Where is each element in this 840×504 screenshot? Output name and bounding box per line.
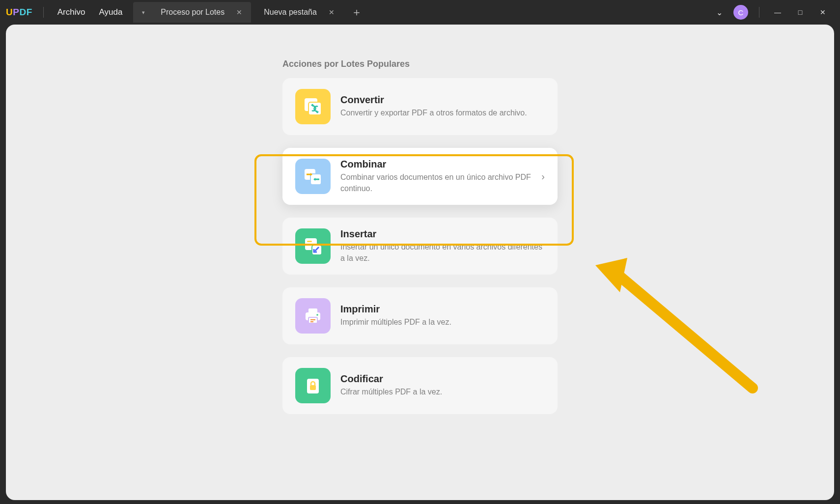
- chevron-down-icon[interactable]: ⌄: [716, 8, 723, 17]
- tab-label: Nueva pestaña: [264, 8, 317, 17]
- tab-batch-process[interactable]: ▾ Proceso por Lotes ✕: [133, 2, 251, 23]
- card-title: Insertar: [340, 228, 545, 240]
- card-combine[interactable]: Combinar Combinar varios documentos en u…: [282, 148, 558, 205]
- card-desc: Insertar un único documento en varios ar…: [340, 242, 545, 264]
- convert-icon: [295, 89, 331, 124]
- card-print[interactable]: Imprimir Imprimir múltiples PDF a la vez…: [282, 287, 558, 344]
- svg-rect-13: [310, 319, 315, 320]
- close-icon[interactable]: ✕: [329, 8, 335, 16]
- divider: [43, 7, 44, 18]
- card-convert[interactable]: Convertir Convertir y exportar PDF a otr…: [282, 78, 558, 135]
- combine-icon: [295, 159, 331, 194]
- insert-icon: [295, 228, 331, 264]
- avatar[interactable]: C: [733, 5, 748, 20]
- card-title: Imprimir: [340, 304, 545, 315]
- card-title: Convertir: [340, 94, 545, 106]
- tab-new[interactable]: Nueva pestaña ✕: [255, 2, 343, 23]
- svg-rect-11: [308, 308, 317, 313]
- svg-rect-14: [310, 321, 313, 322]
- card-title: Combinar: [340, 159, 532, 170]
- menu-file[interactable]: Archivo: [57, 7, 85, 17]
- card-desc: Convertir y exportar PDF a otros formato…: [340, 108, 545, 118]
- arrow-annotation: [590, 251, 767, 398]
- svg-point-15: [316, 314, 318, 316]
- card-desc: Imprimir múltiples PDF a la vez.: [340, 317, 545, 328]
- close-window-icon[interactable]: ✕: [812, 8, 834, 16]
- card-desc: Cifrar múltiples PDF a la vez.: [340, 387, 545, 397]
- tab-label: Proceso por Lotes: [161, 8, 224, 17]
- app-logo: UPDF: [6, 7, 32, 18]
- card-list: Convertir Convertir y exportar PDF a otr…: [282, 78, 558, 414]
- content-area: Acciones por Lotes Populares Convertir C…: [6, 25, 834, 500]
- card-insert[interactable]: Insertar Insertar un único documento en …: [282, 218, 558, 275]
- card-title: Codificar: [340, 373, 545, 385]
- add-tab-icon[interactable]: ＋: [351, 5, 362, 20]
- svg-rect-7: [307, 241, 312, 242]
- titlebar: UPDF Archivo Ayuda ▾ Proceso por Lotes ✕…: [0, 0, 840, 25]
- card-encode[interactable]: Codificar Cifrar múltiples PDF a la vez.: [282, 357, 558, 414]
- chevron-right-icon: ›: [541, 171, 545, 182]
- svg-rect-1: [308, 102, 321, 115]
- minimize-icon[interactable]: —: [766, 8, 789, 16]
- close-icon[interactable]: ✕: [236, 8, 242, 16]
- menu-help[interactable]: Ayuda: [99, 7, 122, 17]
- divider: [759, 7, 759, 18]
- maximize-icon[interactable]: □: [789, 8, 812, 16]
- encode-icon: [295, 368, 331, 403]
- tab-dropdown-icon[interactable]: ▾: [142, 9, 145, 16]
- section-title: Acciones por Lotes Populares: [282, 59, 558, 69]
- print-icon: [295, 298, 331, 334]
- card-desc: Combinar varios documentos en un único a…: [340, 172, 532, 194]
- svg-rect-17: [310, 385, 316, 390]
